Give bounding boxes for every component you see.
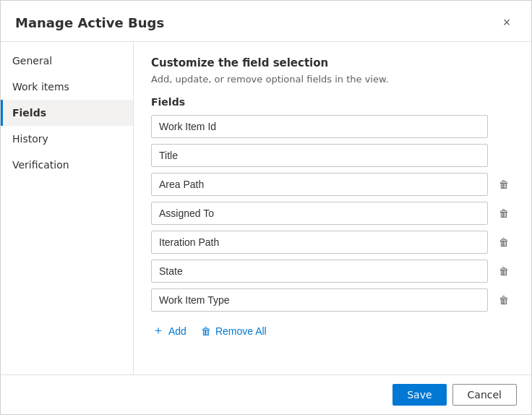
trash-icon bbox=[499, 207, 509, 220]
field-row bbox=[151, 144, 514, 167]
trash-icon bbox=[499, 178, 509, 191]
save-button[interactable]: Save bbox=[392, 384, 446, 406]
cancel-button[interactable]: Cancel bbox=[452, 384, 517, 406]
add-label: Add bbox=[168, 325, 186, 337]
trash-icon bbox=[499, 294, 509, 307]
dialog-header: Manage Active Bugs × bbox=[1, 1, 531, 42]
section-title: Customize the field selection bbox=[151, 56, 514, 69]
field-row bbox=[151, 173, 514, 196]
sidebar-item-work-items[interactable]: Work items bbox=[1, 74, 133, 100]
plus-icon: ＋ bbox=[153, 323, 164, 338]
trash-icon bbox=[499, 236, 509, 249]
delete-button-assigned-to[interactable] bbox=[494, 203, 514, 223]
field-row bbox=[151, 231, 514, 254]
fields-container bbox=[151, 115, 514, 312]
field-row bbox=[151, 288, 514, 312]
close-button[interactable]: × bbox=[497, 12, 517, 33]
add-button[interactable]: ＋ Add bbox=[151, 320, 188, 341]
actions-row: ＋ Add Remove All bbox=[151, 320, 514, 341]
field-input-title[interactable] bbox=[151, 144, 488, 167]
field-input-iteration-path[interactable] bbox=[151, 231, 488, 254]
delete-button-state[interactable] bbox=[494, 261, 514, 281]
field-input-work-item-id[interactable] bbox=[151, 115, 488, 138]
remove-all-label: Remove All bbox=[215, 325, 267, 337]
manage-active-bugs-dialog: Manage Active Bugs × GeneralWork itemsFi… bbox=[0, 0, 532, 415]
dialog-footer: Save Cancel bbox=[1, 375, 531, 414]
trash-icon bbox=[201, 325, 211, 338]
field-input-area-path[interactable] bbox=[151, 173, 488, 196]
dialog-body: GeneralWork itemsFieldsHistoryVerificati… bbox=[1, 42, 531, 375]
fields-label: Fields bbox=[151, 96, 514, 108]
field-row bbox=[151, 202, 514, 225]
field-input-assigned-to[interactable] bbox=[151, 202, 488, 225]
sidebar-item-verification[interactable]: Verification bbox=[1, 152, 133, 178]
sidebar-item-general[interactable]: General bbox=[1, 48, 133, 74]
field-row bbox=[151, 115, 514, 138]
trash-icon bbox=[499, 265, 509, 278]
main-content: Customize the field selection Add, updat… bbox=[134, 42, 531, 375]
field-input-work-item-type[interactable] bbox=[151, 288, 488, 312]
dialog-title: Manage Active Bugs bbox=[15, 15, 164, 30]
delete-button-area-path[interactable] bbox=[494, 174, 514, 194]
delete-button-iteration-path[interactable] bbox=[494, 232, 514, 252]
field-input-state[interactable] bbox=[151, 260, 488, 283]
remove-all-button[interactable]: Remove All bbox=[200, 322, 268, 341]
sidebar-item-fields[interactable]: Fields bbox=[1, 100, 133, 126]
sidebar: GeneralWork itemsFieldsHistoryVerificati… bbox=[1, 42, 134, 375]
section-subtitle: Add, update, or remove optional fields i… bbox=[151, 74, 514, 85]
field-row bbox=[151, 260, 514, 283]
delete-button-work-item-type[interactable] bbox=[494, 290, 514, 310]
sidebar-item-history[interactable]: History bbox=[1, 126, 133, 152]
